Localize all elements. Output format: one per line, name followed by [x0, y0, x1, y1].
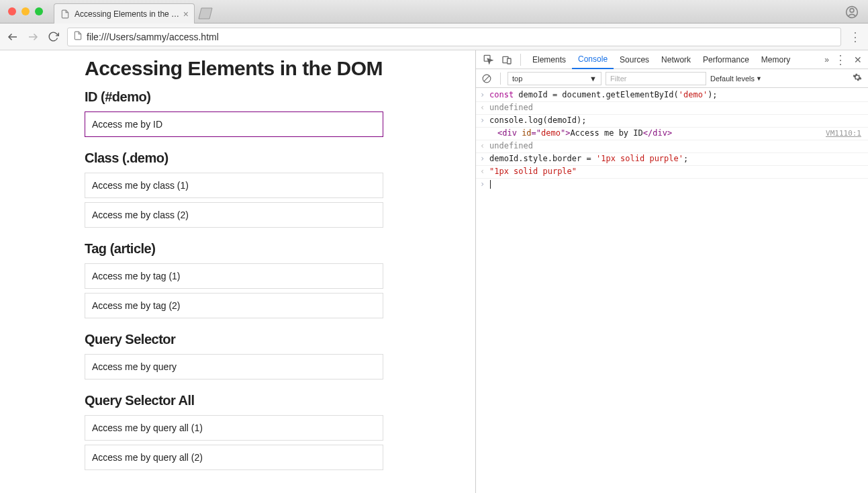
svg-line-8: [484, 75, 489, 81]
section: Query SelectorAccess me by query: [85, 332, 383, 379]
devtools-tab-console[interactable]: Console: [572, 50, 614, 69]
devtools-tab-network[interactable]: Network: [655, 50, 697, 69]
devtools-tab-performance[interactable]: Performance: [697, 50, 755, 69]
context-label: top: [512, 75, 522, 83]
input-arrow-icon: [480, 90, 489, 100]
browser-toolbar: file:///Users/sammy/access.html ⋮: [0, 24, 868, 50]
console-filter-input[interactable]: Filter: [606, 72, 706, 85]
section: Query Selector AllAccess me by query all…: [85, 393, 383, 470]
back-button[interactable]: [7, 31, 19, 43]
section: Class (.demo)Access me by class (1)Acces…: [85, 150, 383, 228]
window-close-button[interactable]: [8, 7, 16, 15]
input-arrow-icon: [480, 179, 489, 189]
console-line: undefined: [476, 140, 868, 153]
section-heading: Query Selector All: [85, 393, 383, 408]
tab-close-button[interactable]: ×: [183, 9, 189, 19]
console-line-text: "1px solid purple": [489, 167, 865, 177]
console-line: <div id="demo">Access me by ID</div>VM11…: [476, 128, 868, 140]
section: ID (#demo)Access me by ID: [85, 89, 383, 137]
console-line: const demoId = document.getElementById('…: [476, 89, 868, 102]
console-line: console.log(demoId);: [476, 115, 868, 128]
svg-rect-6: [508, 58, 511, 64]
console-toolbar: top ▼ Filter Default levels ▼: [476, 69, 868, 88]
more-tabs-icon[interactable]: »: [824, 55, 829, 64]
file-icon: [73, 31, 83, 42]
traffic-lights: [0, 7, 43, 15]
console-source-link[interactable]: VM1110:1: [826, 128, 865, 138]
output-arrow-icon: [480, 103, 489, 113]
section-heading: ID (#demo): [85, 89, 383, 105]
window-minimize-button[interactable]: [21, 7, 30, 15]
browser-tab[interactable]: Accessing Elements in the DOM ×: [54, 3, 195, 24]
console-line-text: undefined: [489, 141, 865, 151]
input-arrow-icon: [480, 154, 489, 164]
chevron-down-icon: ▼: [756, 75, 762, 82]
input-arrow-icon: [480, 116, 489, 126]
clear-console-icon[interactable]: [480, 72, 493, 85]
content-box: Access me by class (2): [85, 202, 383, 228]
browser-menu-button[interactable]: ⋮: [849, 30, 861, 44]
output-arrow-icon: [480, 167, 489, 177]
console-settings-icon[interactable]: [851, 73, 864, 84]
chevron-down-icon: ▼: [589, 75, 597, 83]
content-box: Access me by query all (2): [85, 445, 383, 470]
device-toggle-icon[interactable]: [499, 52, 515, 68]
forward-button[interactable]: [27, 31, 39, 43]
url-text: file:///Users/sammy/access.html: [87, 32, 219, 42]
devtools-close-button[interactable]: ✕: [852, 54, 864, 65]
tab-title: Accessing Elements in the DOM: [75, 9, 181, 19]
devtools-tab-elements[interactable]: Elements: [526, 50, 572, 69]
execution-context-selector[interactable]: top ▼: [508, 72, 601, 85]
devtools-tabbar: ElementsConsoleSourcesNetworkPerformance…: [476, 50, 868, 69]
content-box: Access me by query all (1): [85, 415, 383, 441]
section-heading: Class (.demo): [85, 150, 383, 166]
console-line: [476, 179, 868, 191]
devtools-menu-button[interactable]: ⋮: [834, 52, 847, 67]
console-line-text: demoId.style.border = '1px solid purple'…: [489, 154, 865, 164]
window-zoom-button[interactable]: [35, 7, 43, 15]
devtools-panel: ElementsConsoleSourcesNetworkPerformance…: [475, 50, 868, 493]
section-heading: Query Selector: [85, 332, 383, 347]
page-content: Accessing Elements in the DOM ID (#demo)…: [0, 50, 475, 493]
content-box: Access me by tag (1): [85, 263, 383, 289]
console-line-text: const demoId = document.getElementById('…: [489, 90, 865, 100]
console-cursor: [490, 180, 491, 189]
console-line-text: undefined: [489, 103, 865, 113]
filter-placeholder: Filter: [610, 75, 626, 83]
section: Tag (article)Access me by tag (1)Access …: [85, 241, 383, 318]
console-line-text: [489, 179, 865, 189]
file-icon: [60, 9, 70, 19]
user-profile-icon[interactable]: [845, 5, 859, 19]
output-arrow-icon: [480, 141, 489, 151]
address-bar[interactable]: file:///Users/sammy/access.html: [67, 28, 841, 46]
inspect-icon[interactable]: [480, 52, 496, 68]
log-levels-selector[interactable]: Default levels ▼: [710, 75, 762, 83]
new-tab-button[interactable]: [197, 6, 213, 21]
devtools-tab-memory[interactable]: Memory: [755, 50, 796, 69]
console-line: undefined: [476, 102, 868, 115]
content-box: Access me by tag (2): [85, 293, 383, 318]
console-output[interactable]: const demoId = document.getElementById('…: [476, 88, 868, 493]
section-heading: Tag (article): [85, 241, 383, 257]
separator: [520, 54, 521, 66]
devtools-tab-sources[interactable]: Sources: [614, 50, 655, 69]
content-box: Access me by ID: [85, 111, 383, 137]
window-titlebar: Accessing Elements in the DOM ×: [0, 0, 868, 24]
content-box: Access me by query: [85, 354, 383, 379]
console-line-text: console.log(demoId);: [489, 116, 865, 126]
console-line-text: <div id="demo">Access me by ID</div>: [489, 128, 826, 138]
console-line: "1px solid purple": [476, 166, 868, 179]
reload-button[interactable]: [47, 31, 59, 43]
svg-point-1: [850, 9, 854, 13]
levels-label: Default levels: [710, 75, 755, 83]
page-title: Accessing Elements in the DOM: [85, 57, 383, 80]
console-line: demoId.style.border = '1px solid purple'…: [476, 153, 868, 166]
content-box: Access me by class (1): [85, 173, 383, 198]
separator: [500, 73, 501, 85]
